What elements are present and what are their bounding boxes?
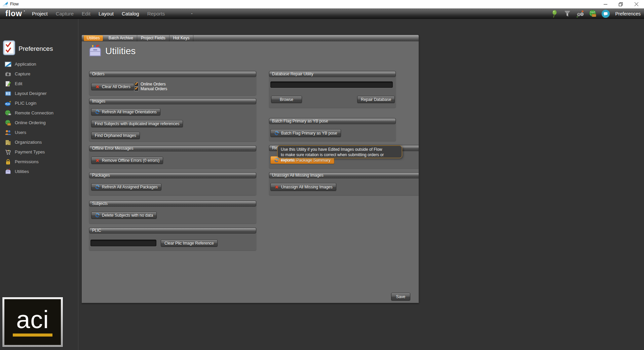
sidebar-item-payment-types[interactable]: Payment Types [0,147,78,157]
section-offline-errors-header: Offline Error Messages [89,145,256,151]
tab-project-fields[interactable]: Project Fields [137,35,169,41]
chat-icon[interactable] [601,9,610,18]
camera-icon [5,71,11,77]
save-button[interactable]: Save [391,293,410,301]
find-orphaned-images-button[interactable]: Find Orphaned Images [91,132,140,139]
section-orders: Orders Clear All Orders Online Orders Ma… [89,71,256,95]
sidebar-item-permissions[interactable]: Permissions [0,157,78,167]
section-subjects: Subjects Delete Subjects with no data [89,201,256,223]
batch-flag-primary-button[interactable]: Batch Flag Primary as YB pose [270,129,341,137]
tooltip-line1: Use this Utility if you have Edited Imag… [281,147,399,152]
red-x-icon [95,84,100,89]
filter-icon[interactable] [563,9,572,18]
unassign-all-missing-images-button[interactable]: Unassign All Missing Images [270,183,336,191]
flow-logo: flow [5,9,22,18]
section-packages-header: Packages [89,172,256,178]
toolbox-icon [87,44,103,58]
page-title: Utilities [105,46,136,57]
users-icon [5,129,11,136]
clear-plic-image-reference-button[interactable]: Clear Plic Image Reference [161,240,218,247]
sidebar-item-utilities[interactable]: Utilities [0,167,78,176]
application-icon [5,61,11,68]
cart-icon [5,149,11,155]
remote-connection-icon [5,110,11,116]
utilities-panel: Utilities Batch Archive Project Fields H… [82,35,419,303]
section-plic-header: PLIC [89,228,256,234]
sidebar-item-online-ordering[interactable]: Online Ordering [0,118,78,128]
layout-designer-icon [5,90,11,97]
tab-utilities[interactable]: Utilities [84,35,103,41]
red-x-icon [95,158,100,163]
organizations-icon [5,139,11,146]
edit-icon [5,80,11,87]
online-ordering-icon [5,119,11,126]
refresh-icon [274,131,279,136]
refresh-assigned-packages-button[interactable]: Refresh All Assigned Packages [91,183,161,190]
delete-subjects-no-data-button[interactable]: Delete Subjects with no data [91,212,157,219]
tooltip: Use this Utility if you have Edited Imag… [277,145,402,158]
section-batch-flag-header: Batch Flag Primary as YB pose [269,118,396,124]
menu-capture[interactable]: Capture [56,11,74,16]
sidebar-item-capture[interactable]: Capture [0,69,78,79]
remove-offline-errors-button[interactable]: Remove Offline Errors (0 errors) [91,157,163,164]
manual-orders-checkbox[interactable] [134,87,139,91]
aci-logo: aci [2,297,63,347]
restore-button[interactable] [613,0,629,8]
refresh-icon [95,213,100,218]
section-unassign-missing: Unassign All Missing Images Unassign All… [269,172,419,195]
refresh-icon [95,109,100,114]
browse-button[interactable]: Browse [271,96,302,103]
find-duplicated-image-references-button[interactable]: Find Subjects with duplicated image refe… [91,120,183,127]
section-unassign-missing-header: Unassign All Missing Images [269,172,419,178]
section-packages: Packages Refresh All Assigned Packages [89,172,256,195]
section-subjects-header: Subjects [89,201,256,207]
menu-reports[interactable]: Reports [147,11,165,16]
menu-catalog[interactable]: Catalog [122,11,139,16]
sidebar-item-edit[interactable]: Edit [0,79,78,89]
plic-icon: PLIC [5,100,11,107]
section-images-header: Images [89,98,256,104]
tab-batch-archive[interactable]: Batch Archive [105,35,137,41]
close-button[interactable] [629,0,644,8]
section-images: Images Refresh All Image Orientations Fi… [89,98,256,141]
aci-logo-underline [13,334,52,337]
sidebar-item-application[interactable]: Application [0,59,78,69]
sidebar-item-layout-designer[interactable]: Layout Designer [0,89,78,98]
online-orders-label: Online Orders [141,82,166,86]
manual-orders-label: Manual Orders [141,86,167,91]
aci-logo-text: aci [16,308,49,331]
sidebar-item-organizations[interactable]: Organizations [0,137,78,147]
globe-card-icon[interactable] [589,9,597,18]
section-plic: PLIC Clear Plic Image Reference [89,228,256,250]
red-x-icon [274,184,279,189]
menu-edit[interactable]: Edit [82,11,90,16]
pushpin-icon[interactable] [550,9,559,18]
preferences-label[interactable]: Preferences [615,11,641,16]
section-batch-flag: Batch Flag Primary as YB pose Batch Flag… [269,118,396,141]
refresh-icon [274,158,279,163]
lock-icon [5,159,11,165]
sidebar-item-remote-connection[interactable]: Remote Connection [0,108,78,118]
checklist-icon [3,40,16,56]
tab-hot-keys[interactable]: Hot Keys [169,35,194,41]
clear-all-orders-button[interactable]: Clear All Orders [91,83,134,90]
sidebar-item-plic-login[interactable]: PLIC PLIC Login [0,98,78,108]
app-icon [2,1,8,7]
menu-layout[interactable]: Layout [99,11,114,16]
menu-separator: - [191,11,193,16]
menu-project[interactable]: Project [32,11,48,16]
repair-database-button[interactable]: Repair Database [357,96,395,103]
toolbox-icon [5,168,11,175]
database-path-input[interactable] [270,81,393,88]
svg-text:PLIC: PLIC [5,103,10,105]
minimize-button[interactable] [598,0,613,8]
sidebar-title: Preferences [18,45,53,53]
section-orders-header: Orders [89,71,256,77]
binoculars-icon[interactable] [576,9,584,18]
refresh-image-orientations-button[interactable]: Refresh All Image Orientations [91,108,160,115]
refresh-icon [95,184,100,189]
sidebar-item-users[interactable]: Users [0,128,78,137]
window-title: Flow [10,2,18,6]
tabstrip: Utilities Batch Archive Project Fields H… [82,35,419,41]
plic-reference-input[interactable] [90,240,156,246]
